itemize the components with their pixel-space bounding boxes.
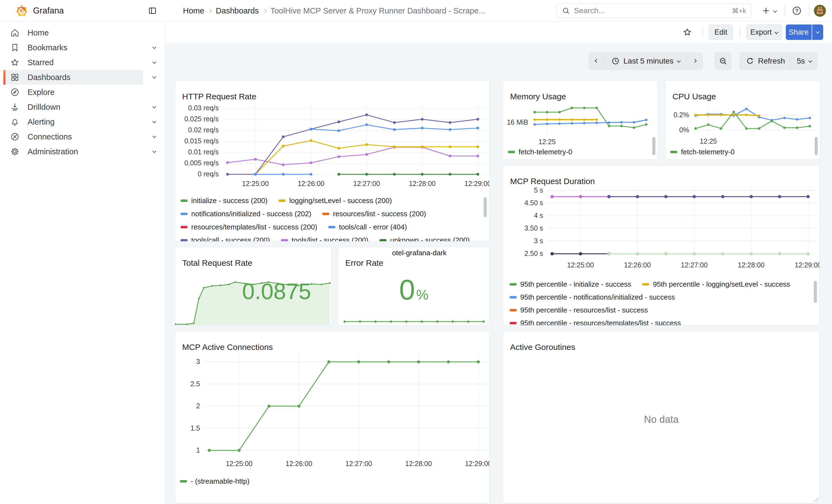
panel-title[interactable]: Error Rate <box>345 258 383 268</box>
chevron-down-icon[interactable] <box>152 120 156 123</box>
zoom-out-button[interactable] <box>715 53 731 70</box>
y-axis-label: 0 req/s <box>178 170 219 178</box>
legend-label: 95th percentile - notifications/initiali… <box>520 293 675 301</box>
legend-item[interactable]: 95th percentile - initialize - success <box>510 280 631 289</box>
panel-resize-handle[interactable] <box>813 497 818 502</box>
breadcrumb-item[interactable]: Home <box>183 6 204 16</box>
add-chevron-icon[interactable] <box>774 0 776 22</box>
export-button[interactable]: Export <box>746 25 782 40</box>
legend-item[interactable]: 95th percentile - notifications/initiali… <box>510 293 675 301</box>
legend-item[interactable]: - (streamable-http) <box>180 477 250 485</box>
sidebar-item-connections[interactable]: Connections <box>3 129 162 144</box>
compass-icon <box>10 87 20 97</box>
divider <box>809 5 809 16</box>
x-axis-label: 12:25:00 <box>233 180 277 188</box>
legend-swatch <box>181 226 188 228</box>
legend-item[interactable]: fetch-telemetry-0 <box>670 148 735 156</box>
chevron-down-icon[interactable] <box>152 105 156 108</box>
sidebar-item-explore[interactable]: Explore <box>3 85 162 100</box>
legend-item[interactable]: notifications/initialized - success (202… <box>181 210 311 218</box>
panel-title[interactable]: MCP Request Duration <box>510 177 595 186</box>
home-icon <box>10 28 20 38</box>
breadcrumb-item[interactable]: Dashboards <box>216 6 259 16</box>
top-bar: Grafana HomeDashboardsToolHive MCP Serve… <box>0 0 832 22</box>
help-icon[interactable]: ? <box>792 0 802 22</box>
sidebar-item-administration[interactable]: Administration <box>3 144 162 159</box>
legend-scrollbar[interactable] <box>814 281 817 303</box>
legend-scrollbar[interactable] <box>652 137 655 155</box>
drilldown-icon <box>10 102 20 112</box>
y-axis-label: 2.50 s <box>506 249 543 258</box>
chevron-down-icon[interactable] <box>152 45 156 49</box>
search-input[interactable] <box>573 6 729 16</box>
legend-item[interactable]: unknown - success (200) <box>380 236 470 242</box>
stat-value: 0.0875 <box>175 278 332 304</box>
legend-item[interactable]: tools/list - success (200) <box>281 236 368 242</box>
search-box[interactable]: ⌘+k <box>556 4 751 18</box>
sidebar-item-drilldown[interactable]: Drilldown <box>3 100 162 114</box>
legend-swatch <box>510 296 517 298</box>
chevron-down-icon[interactable] <box>152 149 156 153</box>
legend-item[interactable]: resources/templates/list - success (200) <box>181 223 317 231</box>
chevron-down-icon[interactable] <box>152 134 156 138</box>
panel-title[interactable]: CPU Usage <box>672 92 716 101</box>
edit-button[interactable]: Edit <box>709 25 733 40</box>
legend-scrollbar[interactable] <box>484 197 487 217</box>
legend-item[interactable]: resources/list - success (200) <box>322 210 426 218</box>
legend-label: fetch-telemetry-0 <box>519 148 572 156</box>
y-axis-label: 4.50 s <box>506 199 543 207</box>
chevron-down-icon[interactable] <box>152 75 156 79</box>
dashboard-toolbar: Edit Export Share <box>165 22 832 43</box>
favorite-star-icon[interactable] <box>682 25 693 40</box>
sidebar-item-bookmarks[interactable]: Bookmarks <box>3 40 162 55</box>
sidebar-item-home[interactable]: Home <box>3 25 162 40</box>
legend-item[interactable]: initialize - success (200) <box>181 196 267 205</box>
legend-item[interactable]: 95th percentile - resources/list - succe… <box>510 306 648 314</box>
chevron-down-icon[interactable] <box>152 60 156 64</box>
y-axis-label: 3.50 s <box>506 224 543 232</box>
chevron-down-icon <box>677 59 681 62</box>
zoom-out-icon <box>719 57 727 65</box>
sidebar-item-dashboards[interactable]: Dashboards <box>3 70 162 85</box>
time-range-picker[interactable]: Last 5 minutes <box>604 53 687 69</box>
panel-title[interactable]: HTTP Request Rate <box>182 92 256 101</box>
time-shift-back-button[interactable] <box>589 53 604 69</box>
add-button[interactable] <box>761 0 770 22</box>
legend-label: 95th percentile - logging/setLevel - suc… <box>653 280 790 289</box>
legend-swatch <box>322 213 329 215</box>
legend-item[interactable]: 95th percentile - resources/templates/li… <box>510 319 681 326</box>
legend-item[interactable]: tools/call - success (200) <box>181 236 270 242</box>
refresh-controls: Refresh 5s <box>739 53 817 70</box>
legend-item[interactable]: 95th percentile - logging/setLevel - suc… <box>642 280 790 289</box>
share-chevron-button[interactable] <box>812 25 823 40</box>
legend-swatch <box>380 239 387 242</box>
breadcrumb: HomeDashboardsToolHive MCP Server & Prox… <box>183 0 485 22</box>
panel-title[interactable]: MCP Active Connections <box>182 343 273 352</box>
panel-mcp-request-duration: MCP Request Duration 12:25:0012:26:0012:… <box>503 165 820 325</box>
sidebar-item-starred[interactable]: Starred <box>3 55 162 70</box>
time-shift-forward-button[interactable] <box>687 53 702 69</box>
x-axis-label: 12:26:00 <box>616 261 659 269</box>
x-axis-label: 12:27:00 <box>344 180 389 188</box>
sidebar-item-alerting[interactable]: Alerting <box>3 114 162 129</box>
user-avatar[interactable] <box>814 5 826 17</box>
y-axis-label: 4 s <box>506 212 543 219</box>
legend-scrollbar[interactable] <box>815 137 818 155</box>
refresh-interval-picker[interactable]: 5s <box>791 53 817 69</box>
legend-swatch <box>181 200 188 202</box>
refresh-button[interactable]: Refresh <box>740 53 791 69</box>
panel-title[interactable]: Total Request Rate <box>182 258 252 268</box>
y-axis-label: 3 <box>178 357 200 366</box>
panel-title[interactable]: Active Goroutines <box>510 343 575 352</box>
legend-item[interactable]: logging/setLevel - success (200) <box>279 196 392 205</box>
grafana-logo-icon <box>16 4 28 17</box>
legend-item[interactable]: tools/call - error (404) <box>328 223 407 231</box>
sidebar-toggle-icon[interactable] <box>148 6 157 15</box>
share-button[interactable]: Share <box>786 25 812 40</box>
legend-item[interactable]: fetch-telemetry-0 <box>508 148 572 156</box>
panel-title[interactable]: Memory Usage <box>510 92 566 101</box>
x-axis-label: 12:28:00 <box>396 460 441 468</box>
legend-label: resources/list - success (200) <box>333 210 426 218</box>
legend-label: unknown - success (200) <box>390 236 470 242</box>
legend-swatch <box>181 239 188 242</box>
